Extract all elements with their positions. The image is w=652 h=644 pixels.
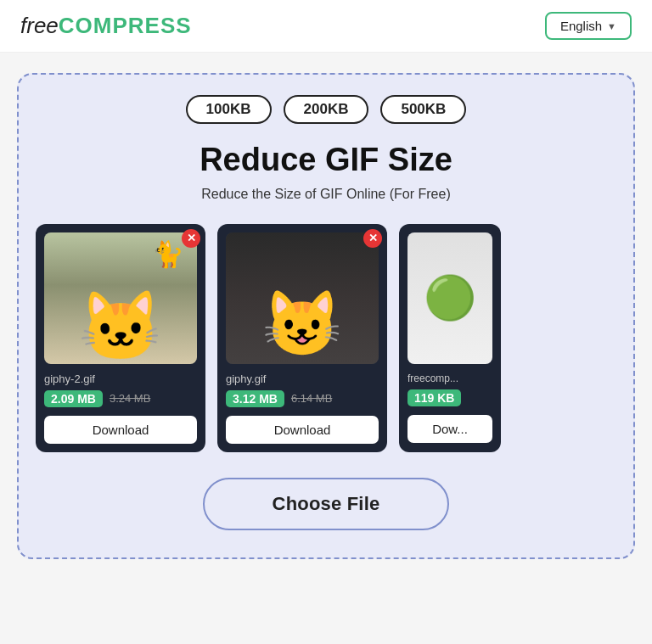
language-selector[interactable]: English ▼ xyxy=(545,12,632,40)
page-title: Reduce GIF Size xyxy=(36,143,616,178)
gif-image-1 xyxy=(44,232,197,364)
size-badge-500kb[interactable]: 500KB xyxy=(380,95,466,124)
gif-image-2 xyxy=(226,232,379,364)
main-content: 100KB 200KB 500KB Reduce GIF Size Reduce… xyxy=(0,53,652,580)
filename-1: giphy-2.gif xyxy=(44,372,197,385)
gif-card-3: freecomp... 119 KB Dow... xyxy=(399,224,501,452)
logo: free COMPRESS xyxy=(20,13,192,39)
gif-preview-2 xyxy=(226,232,379,364)
chevron-down-icon: ▼ xyxy=(607,21,616,31)
new-size-1: 2.09 MB xyxy=(44,390,103,407)
download-button-1[interactable]: Download xyxy=(44,416,197,444)
size-badge-200kb[interactable]: 200KB xyxy=(284,95,369,124)
choose-file-section: Choose File xyxy=(36,478,616,530)
file-sizes-2: 3.12 MB 6.14 MB xyxy=(226,390,379,407)
filename-2: giphy.gif xyxy=(226,372,379,385)
choose-file-button[interactable]: Choose File xyxy=(203,478,450,530)
header: free COMPRESS English ▼ xyxy=(0,0,652,53)
size-badges-row: 100KB 200KB 500KB xyxy=(36,95,616,124)
file-sizes-3: 119 KB xyxy=(408,389,492,406)
gif-preview-3 xyxy=(408,232,492,364)
new-size-2: 3.12 MB xyxy=(226,390,284,407)
gif-image-3 xyxy=(408,232,492,364)
new-size-3: 119 KB xyxy=(408,389,461,406)
old-size-2: 6.14 MB xyxy=(291,392,332,405)
language-label: English xyxy=(560,19,602,33)
gif-card-2: ✕ giphy.gif 3.12 MB 6.14 MB Download xyxy=(217,224,387,452)
download-button-2[interactable]: Download xyxy=(226,416,379,444)
file-sizes-1: 2.09 MB 3.24 MB xyxy=(44,390,197,407)
gif-card-1: ✕ giphy-2.gif 2.09 MB 3.24 MB Download xyxy=(36,224,205,452)
page-subtitle: Reduce the Size of GIF Online (For Free) xyxy=(36,187,616,202)
download-button-3[interactable]: Dow... xyxy=(408,415,492,443)
tool-container: 100KB 200KB 500KB Reduce GIF Size Reduce… xyxy=(17,73,635,559)
logo-free: free xyxy=(20,13,59,39)
gif-preview-1 xyxy=(44,232,197,364)
size-badge-100kb[interactable]: 100KB xyxy=(186,95,272,124)
old-size-1: 3.24 MB xyxy=(110,392,150,405)
cards-row: ✕ giphy-2.gif 2.09 MB 3.24 MB Download ✕… xyxy=(36,224,616,452)
filename-3: freecomp... xyxy=(408,372,492,384)
remove-card-2-button[interactable]: ✕ xyxy=(363,229,382,248)
remove-card-1-button[interactable]: ✕ xyxy=(182,229,200,248)
logo-compress: COMPRESS xyxy=(59,13,192,39)
